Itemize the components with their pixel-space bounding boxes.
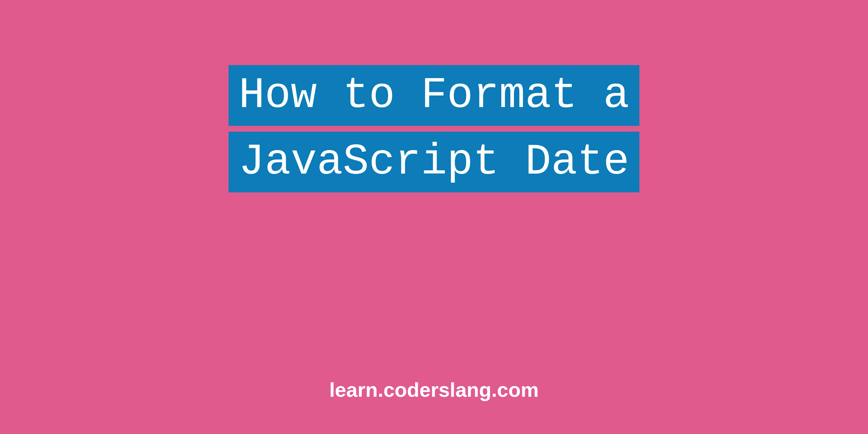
- title-container: How to Format a JavaScript Date: [229, 65, 639, 192]
- title-line-1: How to Format a: [229, 65, 639, 126]
- footer-url: learn.coderslang.com: [329, 378, 539, 401]
- title-line-2: JavaScript Date: [229, 132, 639, 192]
